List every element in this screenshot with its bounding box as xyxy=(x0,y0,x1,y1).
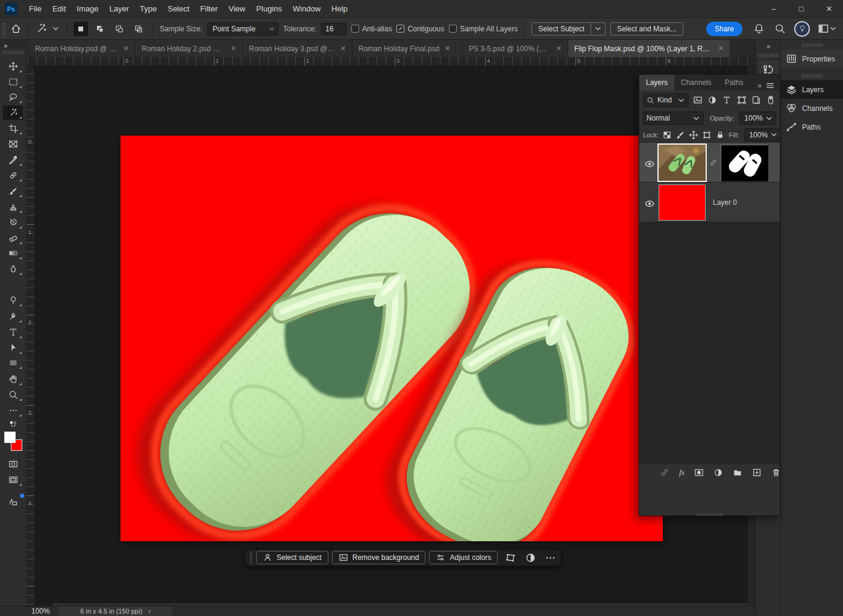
layer-0-thumbnail[interactable] xyxy=(659,184,706,221)
adjust-colors-button[interactable]: Adjust colors xyxy=(429,551,498,564)
lasso-tool[interactable] xyxy=(3,90,23,104)
anti-alias-checkbox[interactable]: ✓Anti-alias xyxy=(351,25,392,33)
sample-size-dropdown[interactable]: Point Sample xyxy=(207,22,278,36)
close-tab-icon[interactable]: ✕ xyxy=(340,45,346,52)
hand-tool[interactable] xyxy=(3,372,23,386)
close-tab-icon[interactable]: ✕ xyxy=(718,45,724,52)
pen-tool[interactable] xyxy=(3,309,23,324)
menu-select[interactable]: Select xyxy=(162,0,195,18)
doc-tab-1[interactable]: Roman Holiday.psd @ 50...✕ xyxy=(29,40,136,57)
minimize-button[interactable]: – xyxy=(760,0,788,18)
share-button[interactable]: Share xyxy=(706,22,742,36)
doc-tab-active[interactable]: Flip Flop Mask.psd @ 100% (Layer 1, RGB/… xyxy=(568,40,730,57)
menu-window[interactable]: Window xyxy=(287,0,326,18)
delete-layer-icon[interactable] xyxy=(771,468,781,477)
tab-channels[interactable]: Channels xyxy=(674,75,718,90)
tab-layers[interactable]: Layers xyxy=(639,75,674,90)
screen-mode-button[interactable] xyxy=(3,473,23,487)
doc-tab-5[interactable]: PS 3-5.psd @ 100% (RG...✕ xyxy=(463,40,568,57)
chevron-down-icon[interactable] xyxy=(829,25,837,33)
close-button[interactable]: ✕ xyxy=(815,0,843,18)
menu-file[interactable]: File xyxy=(24,0,47,18)
notifications-bell-icon[interactable] xyxy=(753,23,765,34)
crop-tool[interactable] xyxy=(3,121,23,136)
select-subject-button[interactable]: Select Subject xyxy=(531,22,591,36)
dock-item-properties[interactable]: Properties xyxy=(781,49,843,68)
close-tab-icon[interactable]: ✕ xyxy=(124,45,129,52)
magic-wand-tool[interactable] xyxy=(3,105,23,120)
filter-smart-objects-icon[interactable] xyxy=(751,94,762,106)
layer-row-0[interactable]: Layer 0 xyxy=(639,183,780,222)
dodge-tool[interactable] xyxy=(3,293,23,307)
tab-paths[interactable]: Paths xyxy=(718,75,750,90)
history-brush-tool[interactable] xyxy=(3,215,23,230)
filter-pixel-layers-icon[interactable] xyxy=(692,94,703,106)
lock-artboard-icon[interactable] xyxy=(702,129,712,141)
panel-menu-icon[interactable] xyxy=(765,81,775,90)
lock-all-icon[interactable] xyxy=(715,129,725,141)
taskbar-drag-handle[interactable] xyxy=(249,552,252,564)
lock-transparent-pixels-icon[interactable] xyxy=(662,129,672,141)
layer-name[interactable]: Layer 0 xyxy=(713,198,737,207)
select-subject-dropdown[interactable] xyxy=(591,22,606,36)
blur-tool[interactable] xyxy=(3,262,23,276)
new-group-icon[interactable] xyxy=(733,468,742,477)
transform-icon[interactable] xyxy=(505,552,516,564)
layer-visibility-eye-icon[interactable] xyxy=(644,198,655,207)
menu-help[interactable]: Help xyxy=(326,0,353,18)
spot-healing-brush-tool[interactable] xyxy=(3,168,23,183)
select-subject-taskbar-button[interactable]: Select subject xyxy=(256,551,328,564)
rectangle-tool[interactable] xyxy=(3,356,23,370)
contiguous-checkbox[interactable]: ✓Contiguous xyxy=(396,25,444,33)
menu-image[interactable]: Image xyxy=(71,0,104,18)
intersect-selection-mode[interactable] xyxy=(131,22,146,36)
filter-kind-dropdown[interactable]: Kind xyxy=(643,93,689,107)
menu-edit[interactable]: Edit xyxy=(47,0,71,18)
adjustment-icon[interactable] xyxy=(525,552,536,564)
opacity-value[interactable]: 100% xyxy=(739,112,776,125)
lock-position-icon[interactable] xyxy=(689,129,698,141)
eraser-tool[interactable] xyxy=(3,231,23,245)
collapse-panels-icon[interactable]: « xyxy=(756,40,780,51)
tolerance-input[interactable] xyxy=(321,23,346,35)
doc-tab-2[interactable]: Roman Holiday 2.psd @ 3...✕ xyxy=(136,40,243,57)
new-adjustment-layer-icon[interactable] xyxy=(713,468,723,477)
dock-item-paths[interactable]: Paths xyxy=(781,118,843,136)
zoom-level[interactable]: 100% xyxy=(31,607,50,615)
close-tab-icon[interactable]: ✕ xyxy=(231,45,236,52)
canvas-flip-flop-image[interactable] xyxy=(121,136,663,541)
menu-plugins[interactable]: Plugins xyxy=(251,0,287,18)
workspace-switcher-icon[interactable] xyxy=(818,23,829,34)
chevron-down-icon[interactable] xyxy=(52,25,60,33)
new-layer-icon[interactable] xyxy=(752,468,762,477)
select-and-mask-button[interactable]: Select and Mask... xyxy=(610,22,683,36)
menu-layer[interactable]: Layer xyxy=(104,0,135,18)
layer-visibility-eye-icon[interactable] xyxy=(644,159,655,167)
close-tab-icon[interactable]: ✕ xyxy=(445,45,450,52)
filter-type-layers-icon[interactable] xyxy=(721,94,732,106)
fill-value[interactable]: 100% xyxy=(744,128,781,142)
maximize-button[interactable]: □ xyxy=(788,0,815,18)
foreground-color-swatch[interactable] xyxy=(4,432,16,443)
frame-tool[interactable] xyxy=(3,137,23,151)
menu-view[interactable]: View xyxy=(223,0,251,18)
remove-background-button[interactable]: Remove background xyxy=(332,551,426,564)
layer-row-1[interactable] xyxy=(639,143,780,183)
change-screen-mode-button[interactable] xyxy=(3,495,23,509)
home-icon[interactable] xyxy=(10,23,22,34)
default-swap-colors-icon[interactable] xyxy=(3,418,23,429)
edit-toolbar-button[interactable] xyxy=(3,403,23,418)
layer-1-mask-thumbnail[interactable] xyxy=(721,145,768,181)
layer-effects-icon[interactable]: fx xyxy=(679,468,685,477)
menu-filter[interactable]: Filter xyxy=(195,0,223,18)
eyedropper-tool[interactable] xyxy=(3,152,23,167)
layer-mask-link-icon[interactable] xyxy=(709,159,717,166)
sample-all-layers-checkbox[interactable]: ✓Sample All Layers xyxy=(449,25,518,33)
filter-adjustment-layers-icon[interactable] xyxy=(707,94,718,106)
clone-stamp-tool[interactable] xyxy=(3,200,23,214)
dock-item-channels[interactable]: Channels xyxy=(781,99,843,118)
brush-tool[interactable] xyxy=(3,184,23,198)
add-to-selection-mode[interactable] xyxy=(93,22,107,36)
doc-tab-4[interactable]: Roman Holiday Final.psd✕ xyxy=(353,40,463,57)
search-icon[interactable] xyxy=(774,23,786,34)
